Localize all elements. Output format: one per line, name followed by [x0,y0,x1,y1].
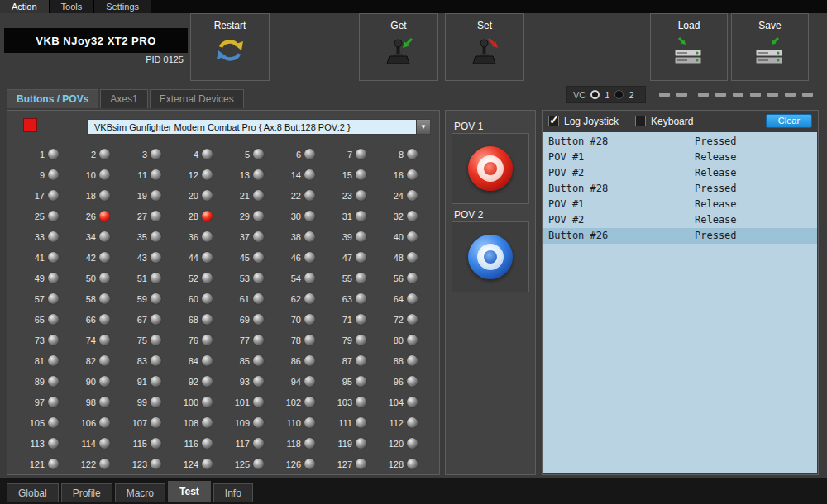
button-cell-17: 17 [17,185,69,206]
tab-axes1[interactable]: Axes1 [100,89,147,108]
button-number: 113 [30,439,45,449]
button-number: 107 [132,418,147,428]
log-joystick-checkbox[interactable] [548,116,559,126]
button-led [356,376,366,387]
button-cell-34: 34 [69,226,120,247]
tab-external-devices[interactable]: External Devices [150,89,244,108]
button-number: 85 [240,356,250,366]
button-number: 22 [291,191,301,201]
app-window: Action Tools Settings VKB NJoy32 XT2 PRO… [0,0,827,504]
button-number: 128 [389,459,404,469]
log-entry[interactable]: POV #1Release [543,197,817,212]
button-cell-73: 73 [17,330,69,350]
menu-item-tools[interactable]: Tools [50,0,95,13]
tab-info[interactable]: Info [213,483,253,502]
button-cell-108: 108 [171,412,222,433]
button-led [202,417,213,428]
restart-label: Restart [191,20,269,31]
button-led [304,273,315,283]
button-cell-25: 25 [17,206,69,226]
button-led [253,438,264,449]
button-cell-28: 28 [171,206,222,226]
log-area[interactable]: Button #28PressedPOV #1ReleasePOV #2Rele… [543,132,817,473]
load-button[interactable]: Load [650,13,728,81]
button-led [356,397,366,407]
clear-log-button[interactable]: Clear [766,114,812,128]
log-entry[interactable]: POV #2Release [543,212,817,228]
button-number: 118 [286,439,301,449]
button-number: 83 [137,356,147,366]
button-cell-64: 64 [376,288,428,309]
button-cell-88: 88 [376,350,428,371]
button-led [202,335,213,345]
button-led [99,335,110,345]
log-entry[interactable]: Button #28Pressed [543,134,817,150]
button-led [202,169,213,180]
button-led [253,355,264,366]
button-cell-61: 61 [222,288,274,309]
device-selector-dropdown[interactable]: VKBsim Gunfighter Modern Combat Pro { Ax… [87,119,431,135]
button-cell-36: 36 [171,226,222,247]
button-cell-21: 21 [222,185,274,206]
button-cell-35: 35 [120,226,171,247]
button-number: 12 [189,170,198,180]
button-cell-7: 7 [325,144,376,164]
button-number: 67 [137,315,147,325]
button-led [253,417,264,428]
button-cell-37: 37 [222,226,274,247]
button-led [356,231,366,242]
menu-item-settings[interactable]: Settings [94,0,151,13]
tab-buttons-povs[interactable]: Buttons / POVs [7,89,98,108]
log-entry[interactable]: Button #28Pressed [543,181,817,197]
vc-radio-2[interactable] [614,90,624,99]
button-cell-110: 110 [274,412,325,433]
button-number: 1 [40,150,45,159]
set-button[interactable]: Set [445,13,524,81]
log-entry[interactable]: Button #26Pressed [543,228,817,244]
button-led [99,355,110,366]
button-number: 28 [189,212,198,221]
vc-radio-1[interactable] [590,90,600,99]
button-led [356,273,366,283]
button-cell-66: 66 [69,309,120,330]
keyboard-checkbox[interactable] [635,116,646,126]
button-number: 105 [30,418,45,428]
log-header: Log Joystick Keyboard Clear [543,111,818,131]
button-led [48,314,59,325]
button-led [356,169,366,180]
tab-macro[interactable]: Macro [115,483,165,502]
tab-global[interactable]: Global [7,483,59,502]
log-entry[interactable]: POV #2Release [543,165,817,181]
button-cell-40: 40 [376,226,428,247]
button-cell-83: 83 [120,350,171,371]
menu-item-action[interactable]: Action [0,0,50,13]
button-led [48,376,59,387]
save-disk-icon [732,37,808,68]
dash-group [659,93,687,97]
button-led [48,293,59,304]
button-cell-30: 30 [274,206,325,226]
button-led [99,438,110,449]
button-led [151,314,161,325]
button-led [407,376,418,387]
log-entry[interactable]: POV #1Release [543,150,817,165]
button-cell-45: 45 [222,247,274,268]
dash-group [698,93,813,97]
tab-profile[interactable]: Profile [61,483,112,502]
button-number: 108 [184,418,198,428]
dropdown-arrow-icon[interactable]: ▼ [416,120,430,134]
restart-button[interactable]: Restart [190,13,270,81]
button-led [407,417,418,428]
button-cell-76: 76 [171,330,222,350]
button-number: 94 [291,377,301,387]
save-label: Save [732,20,808,31]
button-cell-119: 119 [325,433,376,454]
button-number: 76 [189,335,198,345]
get-button[interactable]: Get [359,13,438,81]
button-led [151,231,161,242]
button-cell-42: 42 [69,247,120,268]
tab-test[interactable]: Test [168,481,211,502]
button-led [253,397,264,407]
save-button[interactable]: Save [731,13,809,81]
button-cell-53: 53 [222,268,274,288]
